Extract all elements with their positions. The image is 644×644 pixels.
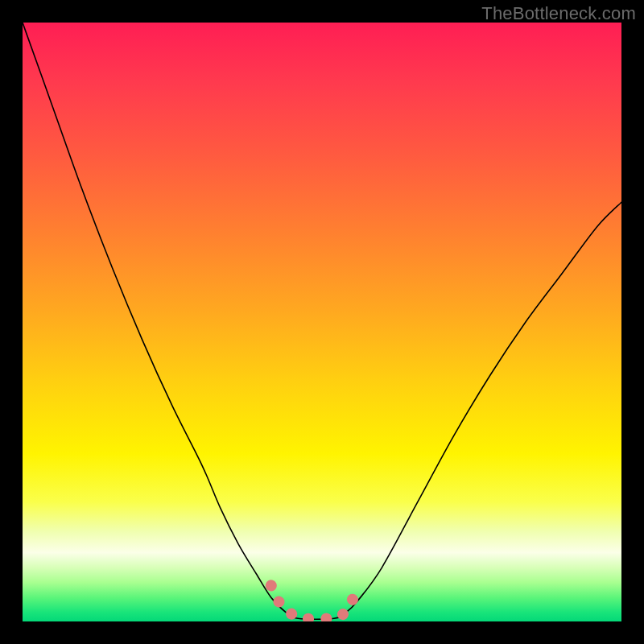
watermark-text: TheBottleneck.com (481, 3, 636, 24)
chart-frame: TheBottleneck.com (0, 0, 644, 644)
chart-svg (23, 23, 621, 621)
gradient-background (23, 23, 621, 621)
plot-area (23, 23, 621, 621)
